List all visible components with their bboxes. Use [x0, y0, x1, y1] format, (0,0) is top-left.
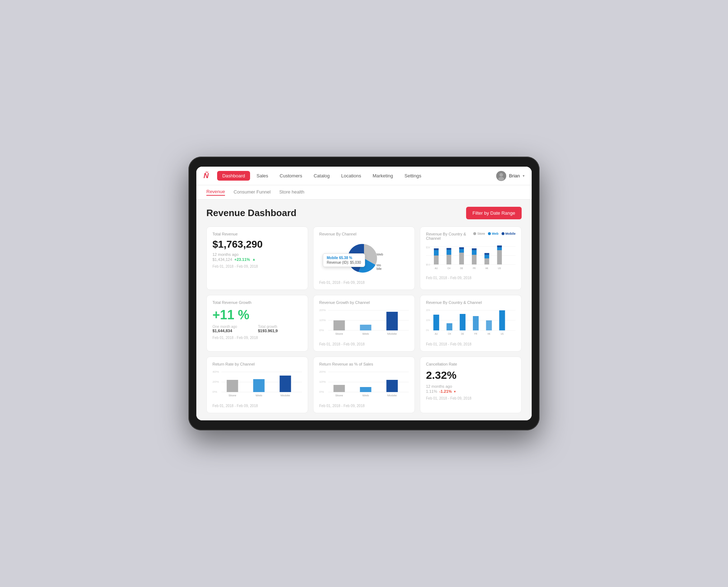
svg-text:$0.0: $0.0 — [426, 263, 430, 266]
tooltip-title: Mobile 65.38 % — [327, 256, 361, 260]
svg-rect-73 — [253, 379, 265, 392]
svg-text:Store: Store — [229, 394, 236, 397]
total-revenue-change: +23.11% — [234, 257, 250, 262]
svg-text:Web: Web — [362, 332, 369, 335]
svg-rect-43 — [360, 325, 372, 330]
return-revenue-title: Return Revenue as % of Sales — [319, 362, 409, 366]
svg-rect-13 — [434, 248, 439, 250]
svg-rect-61 — [486, 320, 492, 330]
svg-text:0%: 0% — [319, 329, 324, 332]
revenue-country-bottom-card: Revenue By Country & Channel 20% 10% 0% … — [420, 295, 522, 352]
svg-text:10%: 10% — [319, 380, 326, 383]
top-nav: Ñ Dashboard Sales Customers Catalog Loca… — [196, 167, 532, 185]
svg-rect-17 — [446, 248, 451, 250]
svg-rect-12 — [434, 250, 439, 256]
cards-grid: Total Revenue $1,763,290 12 months ago $… — [206, 226, 522, 413]
svg-text:DE: DE — [461, 332, 464, 335]
svg-text:FR: FR — [474, 332, 477, 335]
growth-channel-chart: 20% 10% 0% Store Web Mo — [319, 307, 409, 338]
svg-rect-71 — [227, 380, 238, 392]
svg-text:Mobile: Mobile — [387, 394, 397, 397]
total-growth-label: Total growth — [258, 325, 302, 329]
svg-rect-55 — [446, 323, 452, 330]
revenue-channel-title: Revenue By Channel — [319, 232, 409, 236]
legend-store-dot — [473, 232, 476, 235]
svg-rect-20 — [459, 249, 464, 253]
svg-rect-16 — [446, 250, 451, 255]
revenue-growth-channel-card: Revenue Growth by Channel 20% 10% 0% Sto… — [313, 295, 415, 352]
revenue-country-top-date: Feb 01, 2018 - Feb 09, 2018 — [426, 276, 516, 280]
nav-dashboard[interactable]: Dashboard — [217, 171, 250, 181]
svg-rect-87 — [387, 380, 398, 392]
svg-text:Store: Store — [335, 332, 343, 335]
svg-text:0%: 0% — [319, 390, 324, 393]
total-revenue-meta: 12 months ago — [212, 252, 302, 257]
legend-mobile-label: Mobile — [506, 232, 516, 235]
total-revenue-growth-title: Total Revenue Growth — [212, 300, 302, 305]
nav-marketing[interactable]: Marketing — [368, 171, 398, 181]
svg-point-1 — [498, 177, 504, 181]
total-growth-value: $193.961,9 — [258, 329, 302, 333]
svg-rect-11 — [434, 256, 439, 264]
revenue-country-top-title: Revenue By Country & Channel — [426, 232, 473, 240]
sub-nav: Revenue Consumer Funnel Store health — [196, 185, 532, 200]
total-revenue-prev-value: $1,434,124 — [212, 257, 232, 262]
return-rate-chart: 40% 20% 0% Store Web Mo — [212, 369, 302, 400]
legend-store: Store — [473, 232, 485, 235]
nav-catalog[interactable]: Catalog — [308, 171, 335, 181]
svg-rect-75 — [280, 376, 291, 392]
legend-mobile-dot — [502, 232, 504, 235]
svg-text:Web: Web — [377, 253, 383, 256]
svg-text:CH: CH — [448, 332, 451, 335]
svg-text:0%: 0% — [426, 329, 429, 331]
user-name: Brian — [509, 173, 520, 178]
svg-text:10%: 10% — [319, 319, 326, 322]
arrow-up-icon: ▲ — [252, 257, 256, 261]
svg-text:20%: 20% — [212, 380, 219, 383]
total-growth-item: Total growth $193.961,9 — [258, 325, 302, 333]
return-rate-title: Return Rate by Channel — [212, 362, 302, 366]
nav-locations[interactable]: Locations — [336, 171, 366, 181]
tablet-screen: Ñ Dashboard Sales Customers Catalog Loca… — [196, 167, 532, 420]
sub-nav-store-health[interactable]: Store health — [279, 189, 304, 195]
svg-text:AU: AU — [435, 267, 438, 269]
cancellation-rate-card: Cancellation Rate 2.32% 12 months ago 1.… — [420, 357, 522, 413]
svg-text:Store: Store — [335, 394, 343, 397]
svg-text:Mobile: Mobile — [387, 332, 397, 335]
svg-rect-19 — [459, 253, 464, 264]
one-month-value: $1,644,834 — [212, 329, 257, 333]
svg-rect-21 — [459, 247, 464, 249]
avatar — [496, 171, 506, 181]
svg-rect-25 — [472, 248, 476, 250]
page-title: Revenue Dashboard — [206, 207, 296, 219]
svg-rect-24 — [472, 250, 476, 255]
nav-settings[interactable]: Settings — [399, 171, 426, 181]
user-menu[interactable]: Brian ▾ — [496, 171, 525, 181]
svg-rect-41 — [334, 320, 345, 330]
return-revenue-card: Return Revenue as % of Sales 20% 10% 0% … — [313, 357, 415, 413]
total-revenue-growth-card: Total Revenue Growth +11 % One month ago… — [206, 295, 308, 352]
pie-tooltip: Mobile 65.38 % Revenue (ID): $5,030 — [323, 253, 365, 267]
total-revenue-months-label: 12 months ago — [212, 252, 239, 257]
filter-date-range-button[interactable]: Filter by Date Range — [466, 207, 522, 219]
tablet-frame: Ñ Dashboard Sales Customers Catalog Loca… — [188, 157, 540, 430]
legend-web-label: Web — [492, 232, 499, 235]
svg-rect-32 — [497, 247, 502, 250]
svg-rect-85 — [360, 387, 372, 392]
svg-text:US: US — [500, 332, 503, 335]
sub-nav-revenue[interactable]: Revenue — [206, 189, 225, 196]
sub-nav-consumer-funnel[interactable]: Consumer Funnel — [234, 189, 270, 195]
svg-text:$1m: $1m — [426, 246, 430, 249]
nav-sales[interactable]: Sales — [252, 171, 273, 181]
revenue-growth-channel-title: Revenue Growth by Channel — [319, 300, 409, 305]
cancellation-rate-date: Feb 01, 2018 - Feb 09, 2018 — [426, 396, 516, 400]
return-revenue-date: Feb 01, 2018 - Feb 09, 2018 — [319, 404, 409, 408]
svg-point-0 — [499, 173, 503, 177]
revenue-by-channel-card: Revenue By Channel Store Web Mo — [313, 226, 415, 290]
nav-customers[interactable]: Customers — [275, 171, 307, 181]
svg-rect-57 — [460, 314, 465, 330]
cancellation-months-label: 12 months ago — [426, 384, 452, 388]
total-revenue-value: $1,763,290 — [212, 239, 302, 250]
return-rate-date: Feb 01, 2018 - Feb 09, 2018 — [212, 404, 302, 408]
svg-text:AU: AU — [435, 332, 438, 335]
